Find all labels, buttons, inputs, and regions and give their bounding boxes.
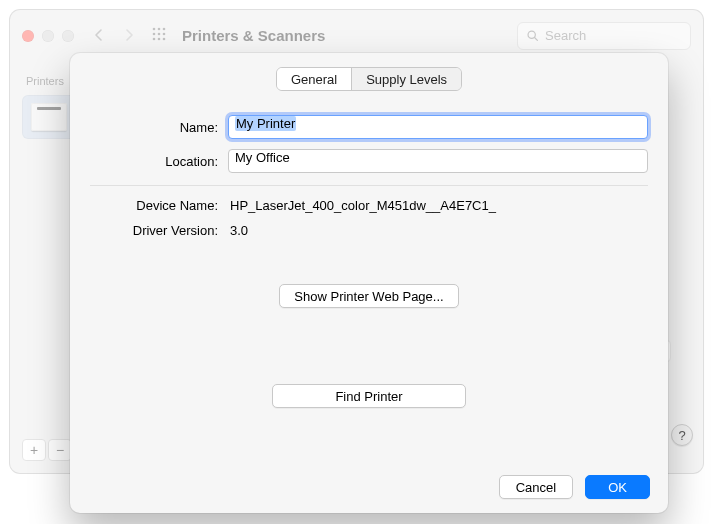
help-button[interactable]: ? (671, 424, 693, 446)
svg-point-8 (163, 37, 166, 40)
search-field[interactable]: Search (517, 22, 691, 50)
add-printer-button[interactable]: + (22, 439, 46, 461)
window-title: Printers & Scanners (182, 27, 325, 44)
svg-point-3 (153, 32, 156, 35)
general-form: Name: My Printer Location: My Office Dev… (88, 115, 650, 238)
cancel-button[interactable]: Cancel (499, 475, 573, 499)
show-all-button[interactable] (148, 26, 170, 46)
location-label: Location: (90, 154, 218, 169)
grid-icon (151, 26, 167, 42)
chevron-right-icon (123, 29, 135, 41)
separator (90, 185, 648, 186)
traffic-lights (22, 30, 74, 42)
svg-point-5 (163, 32, 166, 35)
name-field[interactable]: My Printer (228, 115, 648, 139)
svg-point-7 (158, 37, 161, 40)
svg-point-1 (158, 27, 161, 30)
driver-version-value: 3.0 (228, 223, 248, 238)
svg-point-2 (163, 27, 166, 30)
close-window-button[interactable] (22, 30, 34, 42)
minimize-window-button[interactable] (42, 30, 54, 42)
forward-button[interactable] (118, 27, 140, 44)
sheet-footer: Cancel OK (88, 465, 650, 499)
tab-general[interactable]: General (277, 68, 351, 90)
tab-bar: General Supply Levels (276, 67, 462, 91)
back-button[interactable] (88, 27, 110, 44)
name-label: Name: (90, 120, 218, 135)
name-field-value: My Printer (235, 116, 296, 131)
driver-version-label: Driver Version: (90, 223, 218, 238)
search-placeholder: Search (545, 28, 586, 43)
printer-icon (31, 103, 67, 131)
svg-line-10 (535, 38, 538, 41)
ok-button[interactable]: OK (585, 475, 650, 499)
search-icon (526, 29, 539, 42)
device-name-label: Device Name: (90, 198, 218, 213)
printer-options-sheet: General Supply Levels Name: My Printer L… (70, 53, 668, 513)
tab-supply-levels[interactable]: Supply Levels (351, 68, 461, 90)
printer-list-item[interactable] (22, 95, 76, 139)
remove-printer-button[interactable]: − (48, 439, 72, 461)
location-field-value: My Office (235, 150, 290, 165)
chevron-left-icon (93, 29, 105, 41)
zoom-window-button[interactable] (62, 30, 74, 42)
svg-point-6 (153, 37, 156, 40)
svg-point-4 (158, 32, 161, 35)
device-name-value: HP_LaserJet_400_color_M451dw__A4E7C1_ (228, 198, 496, 213)
find-printer-button[interactable]: Find Printer (272, 384, 466, 408)
svg-point-0 (153, 27, 156, 30)
show-web-page-button[interactable]: Show Printer Web Page... (279, 284, 458, 308)
location-field[interactable]: My Office (228, 149, 648, 173)
